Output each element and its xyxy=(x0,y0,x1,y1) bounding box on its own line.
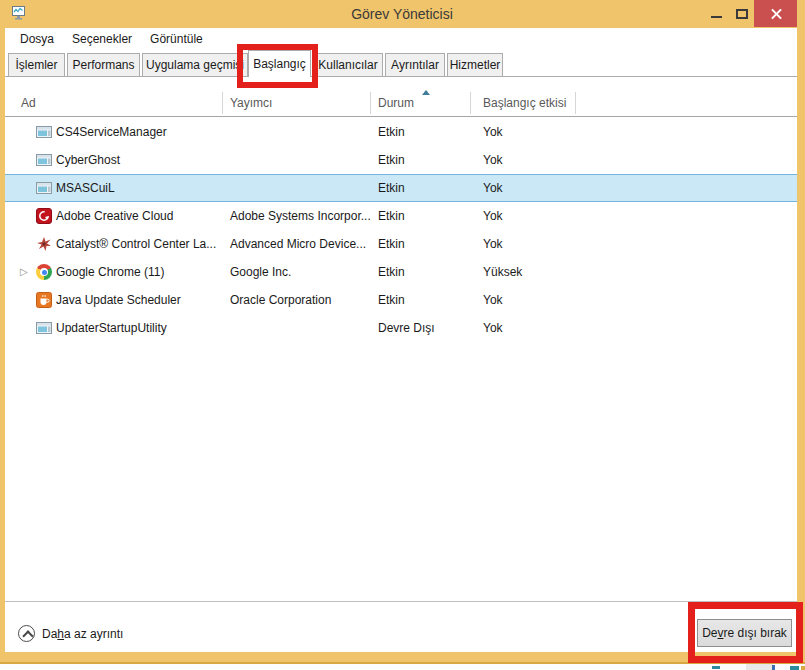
row-status: Etkin xyxy=(378,202,405,230)
collapse-details-icon[interactable] xyxy=(18,625,35,642)
background-desktop-fragment xyxy=(801,666,805,670)
row-name: CS4ServiceManager xyxy=(56,118,167,146)
table-row[interactable]: Java Update Scheduler Oracle Corporation… xyxy=(5,286,797,314)
row-impact: Yok xyxy=(483,314,503,342)
minimize-icon xyxy=(711,16,722,18)
row-impact: Yok xyxy=(483,118,503,146)
column-header-baslangic-etkisi[interactable]: Başlangıç etkisi xyxy=(483,96,566,110)
adobe-creative-cloud-icon xyxy=(36,208,52,224)
column-separator[interactable] xyxy=(575,92,576,114)
row-status: Etkin xyxy=(378,146,405,174)
row-impact: Yok xyxy=(483,286,503,314)
table-row[interactable]: CS4ServiceManager Etkin Yok xyxy=(5,118,797,146)
background-desktop-fragment xyxy=(772,665,775,670)
footer-separator xyxy=(5,601,797,602)
tab-performans[interactable]: Performans xyxy=(67,53,140,77)
row-impact: Yok xyxy=(483,202,503,230)
close-button[interactable] xyxy=(754,0,797,27)
desktop: Görev Yöneticisi Dosya Seçenekler Görünt… xyxy=(0,0,805,670)
app-window-icon xyxy=(36,180,52,196)
row-name: Java Update Scheduler xyxy=(56,286,181,314)
minimize-button[interactable] xyxy=(703,0,729,27)
tab-hizmetler[interactable]: Hizmetler xyxy=(447,53,503,77)
table-header: Ad Yayımcı Durum Başlangıç etkisi xyxy=(5,88,797,117)
sort-asc-icon xyxy=(422,90,430,95)
amd-catalyst-icon xyxy=(36,236,52,252)
table-row[interactable]: Adobe Creative Cloud Adobe Systems Incor… xyxy=(5,202,797,230)
row-impact: Yok xyxy=(483,175,503,201)
table-row[interactable]: CyberGhost Etkin Yok xyxy=(5,146,797,174)
row-impact: Yok xyxy=(483,146,503,174)
column-separator[interactable] xyxy=(222,92,223,114)
maximize-icon xyxy=(736,9,748,19)
background-desktop-fragment xyxy=(712,666,720,669)
tab-islemler[interactable]: İşlemler xyxy=(8,53,65,77)
row-name: Catalyst® Control Center La... xyxy=(56,230,216,258)
row-name: CyberGhost xyxy=(56,146,120,174)
app-window-icon xyxy=(36,320,52,336)
task-manager-icon xyxy=(10,5,27,22)
menu-bar: Dosya Seçenekler Görüntüle xyxy=(5,30,212,50)
title-bar[interactable]: Görev Yöneticisi xyxy=(0,0,805,28)
row-publisher: Adobe Systems Incorpor... xyxy=(230,202,371,230)
column-header-durum[interactable]: Durum xyxy=(378,96,414,110)
row-status: Devre Dışı xyxy=(378,314,435,342)
table-row[interactable]: Catalyst® Control Center La... Advanced … xyxy=(5,230,797,258)
row-status: Etkin xyxy=(378,175,405,201)
menu-dosya[interactable]: Dosya xyxy=(11,30,63,50)
less-details-toggle[interactable]: Daha az ayrıntı xyxy=(42,627,123,641)
expand-arrow-icon[interactable]: ▷ xyxy=(20,258,28,286)
column-header-ad[interactable]: Ad xyxy=(21,96,36,110)
row-status: Etkin xyxy=(378,230,405,258)
task-manager-window: Görev Yöneticisi Dosya Seçenekler Görünt… xyxy=(0,0,805,664)
menu-goruntule[interactable]: Görüntüle xyxy=(141,30,212,50)
row-status: Etkin xyxy=(378,286,405,314)
menu-secenekler[interactable]: Seçenekler xyxy=(63,30,141,50)
close-icon xyxy=(769,7,782,20)
tab-kullanicilar[interactable]: Kullanıcılar xyxy=(313,53,383,77)
app-window-icon xyxy=(36,124,52,140)
row-name: Google Chrome (11) xyxy=(56,258,165,286)
java-update-icon xyxy=(36,292,52,308)
background-desktop-fragment xyxy=(790,666,799,670)
startup-list: CS4ServiceManager Etkin Yok CyberGhost E… xyxy=(5,118,797,342)
column-separator[interactable] xyxy=(370,92,371,114)
table-row-selected[interactable]: MSASCuiL Etkin Yok xyxy=(5,174,797,202)
window-title: Görev Yöneticisi xyxy=(351,6,453,22)
annotation-box-baslangic-tab xyxy=(237,44,318,88)
column-header-yayimci[interactable]: Yayımcı xyxy=(230,96,272,110)
tab-uygulama-gecmisi[interactable]: Uygulama geçmişi xyxy=(142,53,248,77)
row-publisher: Advanced Micro Device... xyxy=(230,230,366,258)
maximize-button[interactable] xyxy=(729,0,755,27)
row-status: Etkin xyxy=(378,258,405,286)
google-chrome-icon xyxy=(36,264,52,280)
background-desktop-fragment xyxy=(746,664,773,670)
column-separator[interactable] xyxy=(470,92,471,114)
tab-ayrintilar[interactable]: Ayrıntılar xyxy=(385,53,445,77)
row-publisher: Oracle Corporation xyxy=(230,286,331,314)
row-name: MSASCuiL xyxy=(56,175,115,201)
row-name: UpdaterStartupUtility xyxy=(56,314,167,342)
row-status: Etkin xyxy=(378,118,405,146)
table-row[interactable]: UpdaterStartupUtility Devre Dışı Yok xyxy=(5,314,797,342)
row-publisher: Google Inc. xyxy=(230,258,291,286)
row-impact: Yok xyxy=(483,230,503,258)
row-name: Adobe Creative Cloud xyxy=(56,202,173,230)
annotation-box-disable-button xyxy=(688,602,803,663)
table-row[interactable]: ▷ Google Chrome (11) Google Inc. Etkin Y… xyxy=(5,258,797,286)
row-impact: Yüksek xyxy=(483,258,522,286)
app-window-icon xyxy=(36,152,52,168)
